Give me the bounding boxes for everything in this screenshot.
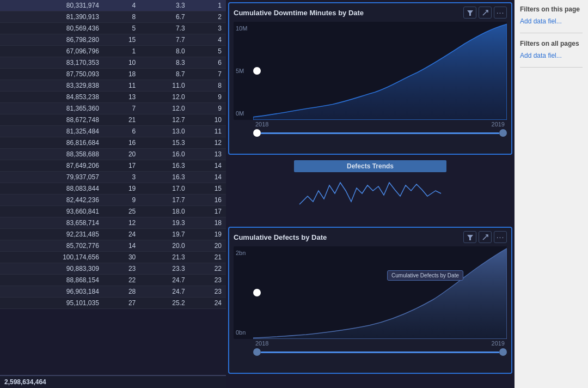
chart-bottom-slider-left[interactable] [253, 348, 261, 356]
chart-bottom-filter-btn[interactable] [463, 231, 476, 243]
table-row: 86,798,280157.74 [0, 34, 226, 46]
filters-this-page-section: Filters on this page Add data fiel... [520, 5, 583, 33]
chart-bottom-title: Cumulative Defects by Date [234, 233, 327, 241]
chart-middle-title-bar: Defects Trends [294, 160, 446, 172]
chart-top-slider-track [261, 132, 499, 134]
table-row: 86,816,6841615.312 [0, 137, 226, 149]
chart-bottom-yaxis: 2bn 0bn [234, 246, 246, 339]
table-row: 88,358,6882016.013 [0, 149, 226, 160]
chart-top-svg [253, 22, 507, 120]
chart-downtime: Cumulative Downtime Minutes by Date ··· … [228, 2, 512, 155]
right-filter-panel: Filters on this page Add data fiel... Fi… [514, 0, 588, 388]
chart-bottom-slider[interactable] [234, 347, 507, 357]
chart-bottom-slider-right[interactable] [499, 348, 507, 356]
chart-bottom-tooltip: Cumulative Defects by Date [387, 270, 463, 281]
chart-top-filter-btn[interactable] [463, 7, 476, 19]
table-row: 81,325,484613.011 [0, 126, 226, 137]
svg-marker-1 [467, 235, 473, 240]
table-row: 80,569,43657.33 [0, 23, 226, 34]
charts-panel: Cumulative Downtime Minutes by Date ··· … [226, 0, 514, 388]
table-row: 87,750,093188.77 [0, 69, 226, 80]
table-row: 82,442,236917.716 [0, 195, 226, 206]
table-row: 81,390,91386.72 [0, 11, 226, 23]
table-row: 83,329,8381111.08 [0, 80, 226, 92]
table-row: 85,702,7761420.020 [0, 240, 226, 252]
filters-this-page-label: Filters on this page [520, 5, 583, 13]
chart-top-slider-left[interactable] [253, 129, 261, 137]
chart-top-left-handle[interactable] [253, 67, 261, 75]
svg-marker-0 [467, 10, 473, 16]
chart-bottom-area: 2bn 0bn Cumulative Defects by Date [234, 246, 507, 339]
table-row: 87,649,2061716.314 [0, 160, 226, 172]
chart-top-title: Cumulative Downtime Minutes by Date [234, 9, 364, 17]
chart-top-icons: ··· [463, 7, 507, 19]
table-total: 2,598,634,464 [4, 378, 46, 386]
add-data-field-this-page[interactable]: Add data fiel... [520, 15, 583, 27]
table-row: 88,083,8441917.015 [0, 183, 226, 195]
chart-defects-trends: Defects Trends [228, 158, 512, 223]
chart-middle-sparkline [294, 174, 446, 213]
chart-top-export-btn[interactable] [479, 7, 492, 19]
chart-top-area: 10M 5M 0M [234, 22, 507, 120]
chart-bottom-body: 2bn 0bn Cumulative Defects by Date [229, 246, 511, 360]
table-row: 88,672,7482112.710 [0, 114, 226, 126]
chart-bottom-svg [253, 246, 507, 339]
chart-bottom-icons: ··· [463, 231, 507, 243]
table-row: 100,174,6563021.321 [0, 252, 226, 263]
chart-middle-title: Defects Trends [347, 162, 394, 170]
table-row: 83,170,353108.36 [0, 57, 226, 69]
data-table-panel: 80,331,97443.3181,390,91386.7280,569,436… [0, 0, 226, 388]
chart-top-slider[interactable] [234, 128, 507, 138]
chart-bottom-left-handle[interactable] [253, 289, 261, 296]
add-data-field-all-pages[interactable]: Add data fiel... [520, 50, 583, 62]
chart-bottom-more-btn[interactable]: ··· [494, 231, 507, 243]
table-row: 90,883,3092323.322 [0, 263, 226, 275]
chart-bottom-export-btn[interactable] [479, 231, 492, 243]
chart-top-xaxis: 2018 2019 [234, 120, 507, 128]
chart-top-more-btn[interactable]: ··· [494, 7, 507, 19]
table-row: 79,937,057316.314 [0, 172, 226, 183]
chart-bottom-xaxis: 2018 2019 [234, 339, 507, 347]
chart-top-header: Cumulative Downtime Minutes by Date ··· [229, 3, 511, 22]
table-row: 84,853,2381312.09 [0, 92, 226, 103]
chart-bottom-slider-track [261, 351, 499, 353]
chart-top-yaxis: 10M 5M 0M [234, 22, 247, 120]
table-row: 83,658,7141219.318 [0, 217, 226, 229]
filters-all-pages-label: Filters on all pages [520, 40, 583, 47]
filters-all-pages-section: Filters on all pages Add data fiel... [520, 40, 583, 68]
table-row: 88,868,1542224.723 [0, 275, 226, 286]
table-row: 93,660,8412518.017 [0, 206, 226, 217]
table-row: 80,331,97443.31 [0, 0, 226, 11]
table-row: 67,096,79618.05 [0, 46, 226, 57]
chart-defects-date: Cumulative Defects by Date ··· 2bn 0bn [228, 227, 512, 374]
table-footer: 2,598,634,464 [0, 375, 226, 388]
chart-top-slider-right[interactable] [499, 129, 507, 137]
data-table: 80,331,97443.3181,390,91386.7280,569,436… [0, 0, 226, 309]
table-row: 81,365,360712.09 [0, 103, 226, 114]
table-row: 92,231,4852419.719 [0, 229, 226, 240]
chart-bottom-header: Cumulative Defects by Date ··· [229, 228, 511, 246]
table-row: 96,903,1842824.723 [0, 286, 226, 298]
chart-top-body: 10M 5M 0M [229, 22, 511, 141]
table-row: 95,101,0352725.224 [0, 298, 226, 309]
